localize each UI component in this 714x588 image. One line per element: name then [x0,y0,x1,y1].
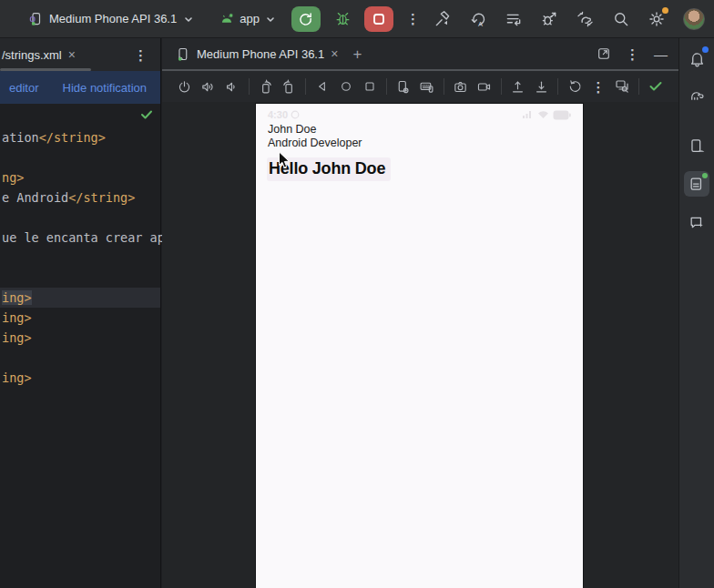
overview-button[interactable] [358,75,382,98]
tab-scrollbar-thumb[interactable] [0,68,91,71]
stop-button[interactable] [364,6,393,32]
status-right [522,110,571,120]
rerun-button[interactable] [291,6,321,32]
virtual-keyboard-button[interactable] [415,75,439,98]
run-with-list-button[interactable] [505,10,523,28]
code-token: ng> [2,170,24,185]
device-selector-label: Medium Phone API 36.1 [49,12,177,25]
code-line[interactable]: ing> [0,328,160,348]
wifi-icon [537,110,549,119]
mouse-cursor [278,151,291,169]
running-devices-button[interactable] [684,171,709,197]
code-line[interactable]: ing> [0,368,160,388]
device-settings-button[interactable] [392,75,415,98]
code-token: ing> [2,290,32,305]
device-running-badge [702,173,708,178]
panel-more-button[interactable]: ⋮ [626,47,639,61]
back-button[interactable] [311,75,334,98]
code-token: </string> [68,190,135,205]
editor-panel: /strings.xml × ⋮ editor Hide notificatio… [0,38,161,588]
toolbar-separator [638,78,639,95]
gradle-tool-button[interactable] [684,82,709,107]
chevron-down-icon [266,15,275,23]
gemini-chat-button[interactable] [684,209,709,235]
hide-panel-button[interactable]: — [654,47,668,61]
run-configuration-dropdown[interactable]: app [219,12,275,26]
running-devices-tab-bar: Medium Phone API 36.1 × + ⋮ — [162,38,678,71]
right-tool-strip [678,38,714,588]
search-everywhere-button[interactable] [612,10,630,28]
home-button[interactable] [334,75,358,98]
editor-tab-strings-xml[interactable]: /strings.xml × [0,48,76,62]
code-line[interactable]: ing> [0,288,160,308]
code-line[interactable] [0,208,160,228]
code-line[interactable] [0,147,160,167]
toolbar-right-actions: A [434,0,705,38]
toolbar-separator [501,78,502,95]
code-token: ing> [2,330,32,345]
code-token: ing> [2,370,32,385]
layout-inspector-button[interactable] [610,75,634,98]
power-button[interactable] [173,75,197,98]
attach-debugger-button[interactable] [540,10,558,28]
toolbar-separator [386,78,387,95]
svg-text:A: A [478,20,483,28]
code-line[interactable]: e Android</string> [0,188,160,208]
install-download-button[interactable] [529,75,553,98]
settings-notification-badge [662,7,668,14]
code-line[interactable] [0,248,160,268]
toolbar-separator [557,78,558,95]
user-avatar[interactable] [683,8,705,30]
code-editor[interactable]: ation</string>ng>e Android</string>ue le… [0,104,160,388]
hide-notification-link[interactable]: Hide notification [63,81,148,95]
add-device-tab-button[interactable]: + [352,46,362,62]
apply-code-changes-button[interactable]: A [469,10,487,28]
code-line[interactable]: ing> [0,308,160,328]
gradle-sync-button[interactable] [576,10,595,28]
virtual-device-icon [175,46,190,62]
profile-name-text: John Doe [268,123,583,137]
open-in-new-window-button[interactable] [597,46,611,61]
editor-tab-more-button[interactable]: ⋮ [134,48,148,62]
notification-badge [702,46,709,53]
code-line[interactable] [0,268,160,288]
code-token: ation [2,130,39,145]
build-project-button[interactable] [434,10,452,28]
device-manager-button[interactable] [684,133,709,158]
volume-down-button[interactable] [220,75,244,98]
emulator-more-button[interactable]: ⋮ [586,75,610,98]
rotate-right-button[interactable] [278,75,301,98]
main-toolbar: Medium Phone API 36.1 app [0,0,714,38]
reset-snapshot-button[interactable] [563,75,586,98]
code-token: ing> [2,310,32,325]
share-upload-button[interactable] [506,75,530,98]
more-vertical-icon: ⋮ [406,11,420,26]
toolbar-more-button[interactable]: ⋮ [406,11,420,27]
close-icon[interactable]: × [331,47,338,60]
settings-button[interactable] [648,10,666,28]
device-selector-dropdown[interactable]: Medium Phone API 36.1 [27,11,193,27]
run-configuration-label: app [240,12,260,25]
device-tab-medium-phone[interactable]: Medium Phone API 36.1 × [162,46,338,62]
volume-up-button[interactable] [197,75,220,98]
status-time: 4:30 [268,109,288,120]
profile-role-text: Android Developer [268,137,583,150]
code-line[interactable]: ue le encanta crear apl [0,228,160,248]
battery-icon [553,110,571,120]
translations-editor-link[interactable]: editor [9,81,39,95]
code-line[interactable] [0,348,160,368]
device-tab-label: Medium Phone API 36.1 [197,47,324,61]
debug-button[interactable] [332,7,355,31]
chevron-down-icon [184,15,193,23]
emulator-screen[interactable]: 4:30 John Doe Android Developer Hello Jo… [255,103,584,588]
close-icon[interactable]: × [68,48,76,61]
rotate-left-button[interactable] [254,75,278,98]
screenshot-button[interactable] [449,75,473,98]
inspection-ok-icon [140,109,153,120]
code-token: </string> [39,130,106,145]
record-screen-button[interactable] [473,75,496,98]
status-left: 4:30 [268,109,300,120]
code-line[interactable]: ation</string> [0,127,160,147]
notifications-button[interactable] [684,46,709,71]
code-line[interactable]: ng> [0,167,160,188]
